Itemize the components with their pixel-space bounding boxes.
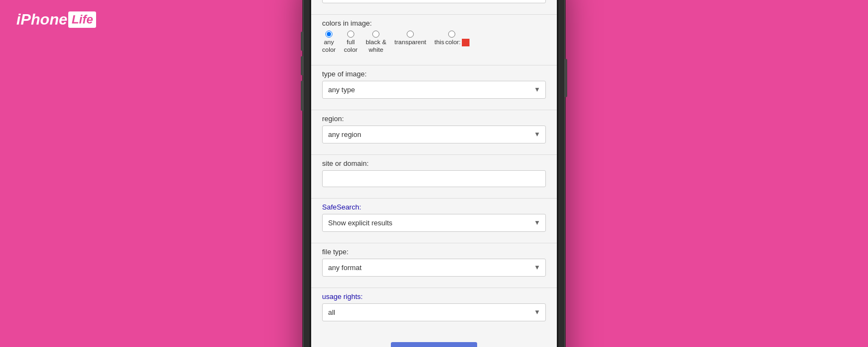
color-any-radio[interactable] xyxy=(325,31,332,38)
power-button xyxy=(565,59,567,97)
logo-life-text: Life xyxy=(68,11,96,28)
usage-rights-select-wrapper: all ▼ xyxy=(322,303,546,321)
type-select[interactable]: any type xyxy=(322,81,546,99)
color-this-option[interactable]: thiscolor: xyxy=(435,31,469,46)
screen-content: aspect ratio: any aspect ratio ▼ colors … xyxy=(311,0,557,347)
color-transparent-option[interactable]: transparent xyxy=(395,31,426,46)
phone: aspect ratio: any aspect ratio ▼ colors … xyxy=(303,0,565,347)
safesearch-select[interactable]: Show explicit results xyxy=(322,214,546,232)
phone-inner: aspect ratio: any aspect ratio ▼ colors … xyxy=(310,0,558,347)
silent-switch xyxy=(301,81,303,111)
usage-rights-label: usage rights: xyxy=(322,292,546,301)
safesearch-select-wrapper: Show explicit results ▼ xyxy=(322,214,546,232)
color-bw-radio[interactable] xyxy=(372,31,379,38)
color-transparent-radio[interactable] xyxy=(407,31,414,38)
type-label: type of image: xyxy=(322,70,546,78)
color-full-label: fullcolor xyxy=(344,39,358,54)
site-domain-label: site or domain: xyxy=(322,159,546,167)
volume-down-button xyxy=(301,56,303,75)
aspect-ratio-select[interactable]: any aspect ratio xyxy=(322,0,546,3)
color-bw-option[interactable]: black &white xyxy=(366,31,387,54)
colors-label: colors in image: xyxy=(322,19,546,27)
color-this-label: thiscolor: xyxy=(435,39,469,46)
color-any-label: anycolor xyxy=(322,39,336,54)
usage-rights-select[interactable]: all xyxy=(322,303,546,321)
colors-radio-group: anycolor fullcolor xyxy=(322,31,546,54)
bottom-bar: Advanced Search xyxy=(311,332,557,347)
logo: iPhone Life xyxy=(16,11,96,28)
advanced-search-button[interactable]: Advanced Search xyxy=(391,342,478,347)
this-color-swatch[interactable] xyxy=(462,39,469,46)
filetype-label: file type: xyxy=(322,248,546,256)
volume-up-button xyxy=(301,32,303,51)
region-select[interactable]: any region xyxy=(322,125,546,143)
aspect-ratio-select-wrapper: any aspect ratio ▼ xyxy=(322,0,546,3)
color-any-option[interactable]: anycolor xyxy=(322,31,336,54)
type-select-wrapper: any type ▼ xyxy=(322,81,546,99)
site-domain-input[interactable] xyxy=(322,170,546,187)
color-transparent-label: transparent xyxy=(395,39,426,46)
filetype-select[interactable]: any format xyxy=(322,259,546,277)
color-this-radio[interactable] xyxy=(448,31,455,38)
color-bw-label: black &white xyxy=(366,39,387,54)
safesearch-label: SafeSearch: xyxy=(322,203,546,211)
color-full-radio[interactable] xyxy=(347,31,354,38)
phone-outer: aspect ratio: any aspect ratio ▼ colors … xyxy=(303,0,565,347)
phone-screen: aspect ratio: any aspect ratio ▼ colors … xyxy=(311,0,557,347)
logo-iphone-text: iPhone xyxy=(16,11,67,28)
filetype-select-wrapper: any format ▼ xyxy=(322,259,546,277)
region-select-wrapper: any region ▼ xyxy=(322,125,546,143)
color-full-option[interactable]: fullcolor xyxy=(344,31,358,54)
region-label: region: xyxy=(322,115,546,123)
